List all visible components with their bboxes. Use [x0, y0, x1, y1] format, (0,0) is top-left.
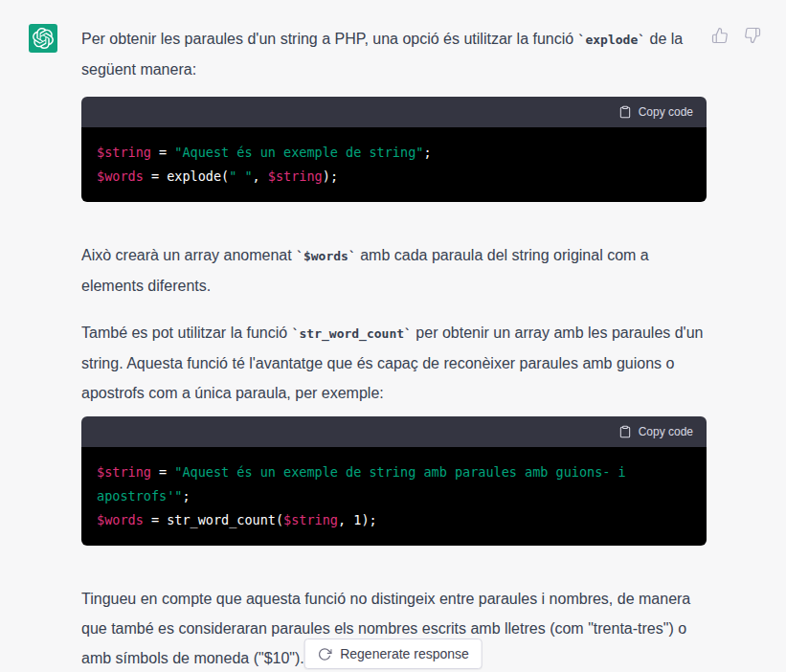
code-token-variable: $string — [97, 145, 151, 160]
clipboard-icon — [618, 105, 632, 119]
copy-code-button[interactable]: Copy code — [618, 425, 693, 438]
openai-logo-icon — [33, 28, 54, 49]
code-block-2: Copy code $string = "Aquest és un exempl… — [81, 416, 707, 546]
assistant-avatar — [29, 24, 57, 53]
code-line: $words = str_word_count($string, 1); — [97, 508, 691, 532]
inline-code: `str_word_count` — [292, 326, 412, 341]
thumbs-up-icon[interactable] — [711, 27, 729, 44]
paragraph-1: Per obtenir les paraules d'un string a P… — [81, 24, 707, 84]
code-token-variable: $words — [97, 168, 144, 184]
code-line: $string = "Aquest és un exemple de strin… — [97, 460, 691, 484]
code-token-plain: = — [151, 145, 174, 160]
code-token-plain: ); — [323, 168, 338, 184]
code-token-plain: , — [253, 168, 268, 184]
code-token-string: "Aquest és un exemple de string amb para… — [174, 464, 625, 480]
copy-code-label: Copy code — [639, 425, 693, 438]
code-block-1: Copy code $string = "Aquest és un exempl… — [81, 97, 707, 202]
code-token-string: "Aquest és un exemple de string" — [174, 145, 423, 160]
code-block-header: Copy code — [81, 416, 707, 447]
code-token-plain: = str_word_count( — [144, 512, 283, 527]
code-body: $string = "Aquest és un exemple de strin… — [81, 447, 707, 546]
code-token-plain: = explode( — [144, 168, 229, 184]
thumbs-down-icon[interactable] — [744, 27, 761, 44]
clipboard-icon — [618, 425, 632, 438]
code-token-variable: $string — [283, 512, 338, 527]
code-token-plain: = — [151, 464, 174, 480]
paragraph-2: Això crearà un array anomenat `$words` a… — [81, 240, 707, 301]
regenerate-response-button[interactable]: Regenerate response — [303, 638, 483, 669]
code-token-variable: $words — [97, 512, 144, 527]
inline-code: `explode` — [578, 33, 645, 47]
assistant-message: Per obtenir les paraules d'un string a P… — [81, 24, 707, 672]
text-run: Això crearà un array anomenat — [81, 247, 296, 263]
regenerate-response-label: Regenerate response — [340, 646, 469, 661]
text-run: Per obtenir les paraules d'un string a P… — [81, 31, 578, 47]
inline-code: `$words` — [296, 249, 356, 263]
paragraph-3: També es pot utilitzar la funció `str_wo… — [81, 318, 707, 408]
text-run: També es pot utilitzar la funció — [81, 325, 292, 341]
code-token-string: apostrofs'" — [97, 488, 182, 504]
code-token-string: " " — [229, 168, 252, 184]
code-block-header: Copy code — [81, 97, 707, 127]
code-body: $string = "Aquest és un exemple de strin… — [81, 127, 707, 202]
copy-code-button[interactable]: Copy code — [618, 105, 693, 119]
code-token-variable: $string — [268, 168, 323, 184]
message-feedback-actions — [711, 27, 761, 44]
code-line: $words = explode(" ", $string); — [97, 165, 691, 189]
code-token-plain: , 1); — [338, 512, 377, 527]
refresh-icon — [317, 647, 331, 661]
code-token-plain: ; — [423, 145, 431, 160]
code-line: $string = "Aquest és un exemple de strin… — [97, 141, 691, 165]
code-token-variable: $string — [97, 464, 151, 480]
code-token-plain: ; — [182, 488, 190, 504]
copy-code-label: Copy code — [639, 105, 693, 119]
code-line: apostrofs'"; — [97, 484, 691, 508]
